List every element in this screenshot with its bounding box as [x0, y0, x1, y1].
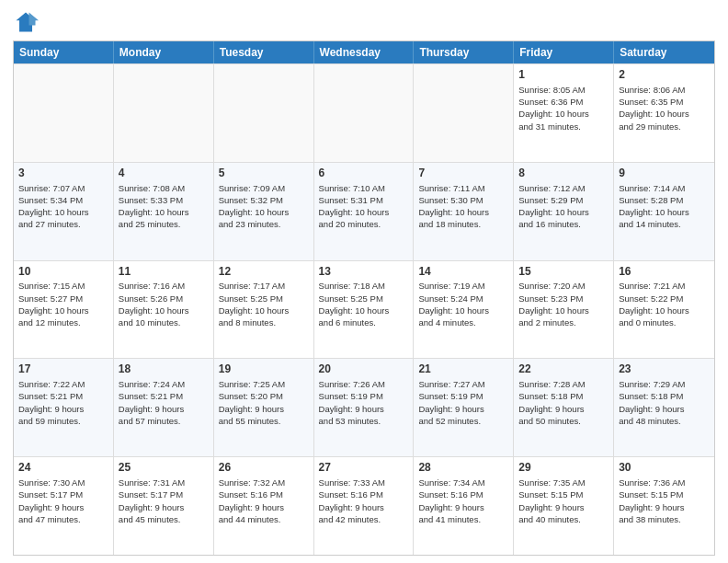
day-number: 29 [518, 460, 609, 476]
day-info: Sunrise: 7:33 AM Sunset: 5:16 PM Dayligh… [319, 477, 385, 524]
day-number: 17 [18, 362, 108, 377]
calendar-cell [114, 64, 214, 162]
day-info: Sunrise: 7:07 AM Sunset: 5:34 PM Dayligh… [18, 183, 89, 230]
calendar-cell: 30Sunrise: 7:36 AM Sunset: 5:15 PM Dayli… [614, 457, 714, 555]
calendar-cell: 17Sunrise: 7:22 AM Sunset: 5:21 PM Dayli… [14, 359, 114, 456]
day-number: 9 [619, 166, 710, 181]
calendar-cell: 23Sunrise: 7:29 AM Sunset: 5:18 PM Dayli… [614, 359, 714, 456]
day-number: 7 [418, 166, 508, 181]
calendar-cell [414, 64, 514, 162]
day-number: 25 [119, 460, 209, 476]
day-number: 18 [119, 362, 209, 377]
day-info: Sunrise: 7:18 AM Sunset: 5:25 PM Dayligh… [319, 281, 390, 327]
calendar-row: 17Sunrise: 7:22 AM Sunset: 5:21 PM Dayli… [14, 358, 714, 456]
calendar-cell: 4Sunrise: 7:08 AM Sunset: 5:33 PM Daylig… [114, 163, 214, 260]
calendar-cell: 2Sunrise: 8:06 AM Sunset: 6:35 PM Daylig… [614, 64, 714, 162]
day-number: 24 [18, 460, 108, 476]
calendar-cell: 15Sunrise: 7:20 AM Sunset: 5:23 PM Dayli… [514, 261, 614, 359]
calendar-cell [214, 64, 314, 162]
day-info: Sunrise: 7:30 AM Sunset: 5:17 PM Dayligh… [18, 477, 85, 524]
calendar-row: 3Sunrise: 7:07 AM Sunset: 5:34 PM Daylig… [14, 162, 714, 260]
day-number: 6 [319, 166, 409, 181]
day-number: 10 [18, 264, 108, 280]
day-info: Sunrise: 7:11 AM Sunset: 5:30 PM Dayligh… [418, 183, 489, 230]
calendar-cell: 7Sunrise: 7:11 AM Sunset: 5:30 PM Daylig… [414, 163, 514, 260]
calendar-cell: 6Sunrise: 7:10 AM Sunset: 5:31 PM Daylig… [314, 163, 415, 260]
calendar-cell: 11Sunrise: 7:16 AM Sunset: 5:26 PM Dayli… [114, 261, 214, 359]
day-info: Sunrise: 7:29 AM Sunset: 5:18 PM Dayligh… [619, 379, 685, 426]
day-number: 11 [119, 264, 209, 280]
day-info: Sunrise: 7:25 AM Sunset: 5:20 PM Dayligh… [219, 379, 285, 426]
day-info: Sunrise: 7:35 AM Sunset: 5:15 PM Dayligh… [518, 477, 585, 524]
calendar-cell: 8Sunrise: 7:12 AM Sunset: 5:29 PM Daylig… [514, 163, 614, 260]
calendar-header-day: Wednesday [314, 41, 415, 63]
day-info: Sunrise: 7:36 AM Sunset: 5:15 PM Dayligh… [619, 477, 685, 524]
svg-marker-1 [29, 13, 40, 26]
calendar: SundayMondayTuesdayWednesdayThursdayFrid… [13, 40, 715, 556]
day-info: Sunrise: 7:10 AM Sunset: 5:31 PM Dayligh… [319, 183, 390, 230]
day-info: Sunrise: 7:28 AM Sunset: 5:18 PM Dayligh… [518, 379, 585, 426]
calendar-row: 10Sunrise: 7:15 AM Sunset: 5:27 PM Dayli… [14, 260, 714, 359]
day-number: 12 [219, 264, 309, 280]
day-info: Sunrise: 7:27 AM Sunset: 5:19 PM Dayligh… [418, 379, 484, 426]
calendar-cell: 9Sunrise: 7:14 AM Sunset: 5:28 PM Daylig… [614, 163, 714, 260]
calendar-cell: 10Sunrise: 7:15 AM Sunset: 5:27 PM Dayli… [14, 261, 114, 359]
day-info: Sunrise: 7:32 AM Sunset: 5:16 PM Dayligh… [219, 477, 285, 524]
calendar-cell: 3Sunrise: 7:07 AM Sunset: 5:34 PM Daylig… [14, 163, 114, 260]
calendar-cell: 28Sunrise: 7:34 AM Sunset: 5:16 PM Dayli… [414, 457, 514, 555]
page: SundayMondayTuesdayWednesdayThursdayFrid… [0, 0, 728, 563]
day-info: Sunrise: 7:21 AM Sunset: 5:22 PM Dayligh… [619, 281, 689, 327]
day-info: Sunrise: 7:15 AM Sunset: 5:27 PM Dayligh… [18, 281, 89, 327]
calendar-row: 24Sunrise: 7:30 AM Sunset: 5:17 PM Dayli… [14, 456, 714, 555]
calendar-cell: 22Sunrise: 7:28 AM Sunset: 5:18 PM Dayli… [514, 359, 614, 456]
day-info: Sunrise: 7:20 AM Sunset: 5:23 PM Dayligh… [518, 281, 589, 327]
day-number: 1 [518, 67, 609, 83]
day-info: Sunrise: 7:16 AM Sunset: 5:26 PM Dayligh… [119, 281, 189, 327]
header [13, 9, 715, 35]
calendar-cell: 1Sunrise: 8:05 AM Sunset: 6:36 PM Daylig… [514, 64, 614, 162]
calendar-cell: 19Sunrise: 7:25 AM Sunset: 5:20 PM Dayli… [214, 359, 314, 456]
day-info: Sunrise: 7:17 AM Sunset: 5:25 PM Dayligh… [219, 281, 290, 327]
day-number: 30 [619, 460, 710, 476]
day-info: Sunrise: 7:19 AM Sunset: 5:24 PM Dayligh… [418, 281, 489, 327]
calendar-header-day: Thursday [414, 41, 514, 63]
calendar-cell: 5Sunrise: 7:09 AM Sunset: 5:32 PM Daylig… [214, 163, 314, 260]
calendar-header-day: Sunday [14, 41, 114, 63]
calendar-cell: 16Sunrise: 7:21 AM Sunset: 5:22 PM Dayli… [614, 261, 714, 359]
day-info: Sunrise: 7:31 AM Sunset: 5:17 PM Dayligh… [119, 477, 185, 524]
calendar-header-day: Monday [114, 41, 214, 63]
day-number: 27 [319, 460, 409, 476]
day-number: 14 [418, 264, 508, 280]
day-number: 16 [619, 264, 710, 280]
calendar-cell: 25Sunrise: 7:31 AM Sunset: 5:17 PM Dayli… [114, 457, 214, 555]
day-number: 23 [619, 362, 710, 377]
calendar-cell: 21Sunrise: 7:27 AM Sunset: 5:19 PM Dayli… [414, 359, 514, 456]
calendar-cell: 20Sunrise: 7:26 AM Sunset: 5:19 PM Dayli… [314, 359, 415, 456]
calendar-cell: 13Sunrise: 7:18 AM Sunset: 5:25 PM Dayli… [314, 261, 415, 359]
calendar-cell: 14Sunrise: 7:19 AM Sunset: 5:24 PM Dayli… [414, 261, 514, 359]
day-info: Sunrise: 8:05 AM Sunset: 6:36 PM Dayligh… [518, 85, 589, 132]
calendar-body: 1Sunrise: 8:05 AM Sunset: 6:36 PM Daylig… [14, 63, 714, 555]
calendar-cell: 18Sunrise: 7:24 AM Sunset: 5:21 PM Dayli… [114, 359, 214, 456]
calendar-cell: 24Sunrise: 7:30 AM Sunset: 5:17 PM Dayli… [14, 457, 114, 555]
day-number: 3 [18, 166, 108, 181]
calendar-header-day: Friday [514, 41, 614, 63]
calendar-cell: 29Sunrise: 7:35 AM Sunset: 5:15 PM Dayli… [514, 457, 614, 555]
day-info: Sunrise: 7:14 AM Sunset: 5:28 PM Dayligh… [619, 183, 689, 230]
day-number: 8 [518, 166, 609, 181]
day-number: 21 [418, 362, 508, 377]
calendar-cell [14, 64, 114, 162]
day-number: 26 [219, 460, 309, 476]
day-info: Sunrise: 7:22 AM Sunset: 5:21 PM Dayligh… [18, 379, 85, 426]
logo [13, 9, 42, 35]
day-number: 13 [319, 264, 409, 280]
day-info: Sunrise: 7:24 AM Sunset: 5:21 PM Dayligh… [119, 379, 185, 426]
day-number: 15 [518, 264, 609, 280]
logo-icon [13, 9, 39, 35]
day-number: 5 [219, 166, 309, 181]
calendar-header: SundayMondayTuesdayWednesdayThursdayFrid… [14, 41, 714, 63]
day-info: Sunrise: 7:12 AM Sunset: 5:29 PM Dayligh… [518, 183, 589, 230]
calendar-cell: 26Sunrise: 7:32 AM Sunset: 5:16 PM Dayli… [214, 457, 314, 555]
day-info: Sunrise: 7:08 AM Sunset: 5:33 PM Dayligh… [119, 183, 189, 230]
day-number: 4 [119, 166, 209, 181]
